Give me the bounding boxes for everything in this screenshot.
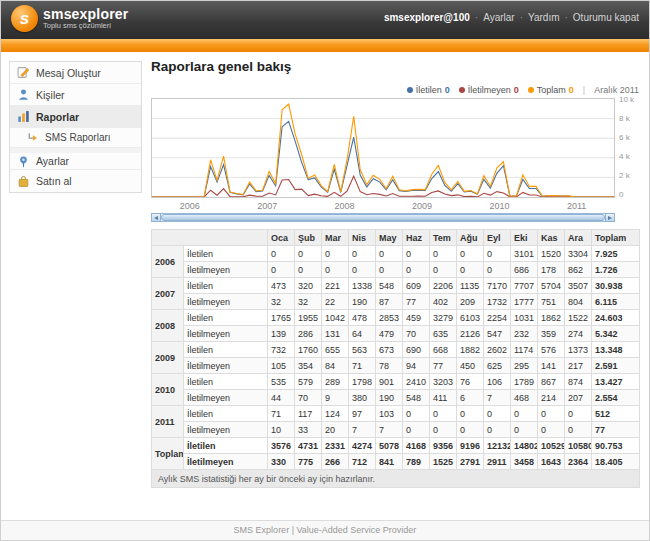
table-value-cell: 0 [484, 406, 511, 422]
month-column-header: Kas [538, 230, 565, 246]
sidebar-item-label: Raporlar [36, 111, 79, 123]
report-table-header: OcaŞubMarNisMayHazTemAğuEylEkiKasAraTopl… [152, 230, 640, 246]
table-value-cell: 2126 [457, 326, 484, 342]
legend-label: Toplam [537, 85, 566, 95]
table-value-cell: 70 [295, 390, 322, 406]
table-value-cell: 789 [403, 454, 430, 470]
sidebar-item-mesaj-olustur[interactable]: Mesaj Oluştur [10, 62, 141, 84]
table-value-cell: 0 [403, 246, 430, 262]
table-value-cell: 71 [349, 358, 376, 374]
sidebar-item-satin-al[interactable]: Satın al [10, 170, 141, 192]
table-value-cell: 1955 [295, 310, 322, 326]
legend-item-0[interactable]: İletilen0 [407, 85, 450, 95]
table-value-cell: 0 [349, 262, 376, 278]
table-value-cell: 0 [511, 406, 538, 422]
table-row-label: İletilen [184, 438, 268, 454]
table-value-cell: 32 [295, 294, 322, 310]
table-value-cell: 10580 [565, 438, 592, 454]
table-value-cell: 2911 [484, 454, 511, 470]
table-value-cell: 0 [403, 422, 430, 438]
legend-separator: | [583, 85, 585, 95]
table-value-cell: 124 [322, 406, 349, 422]
table-value-cell: 380 [349, 390, 376, 406]
sidebar-item-label: Mesaj Oluştur [36, 67, 101, 79]
table-value-cell: 1862 [538, 310, 565, 326]
sidebar-item-raporlar[interactable]: Raporlar [10, 106, 141, 128]
table-value-cell: 548 [376, 278, 403, 294]
accent-bar [1, 39, 649, 52]
table-value-cell: 2853 [376, 310, 403, 326]
legend-item-1[interactable]: İletilmeyen0 [459, 85, 519, 95]
table-value-cell: 1031 [511, 310, 538, 326]
scrollbar-thumb[interactable] [161, 214, 605, 221]
table-footnote-row: Aylık SMS istatistiği her ay bir önceki … [152, 470, 640, 488]
table-value-cell: 1643 [538, 454, 565, 470]
table-value-cell: 0 [457, 246, 484, 262]
table-value-cell: 686 [511, 262, 538, 278]
table-value-cell: 20 [322, 422, 349, 438]
table-total-cell: 18.405 [592, 454, 640, 470]
header-nav-link-2[interactable]: Oturumu kapat [573, 12, 639, 23]
table-value-cell: 4274 [349, 438, 376, 454]
table-total-cell: 6.115 [592, 294, 640, 310]
table-value-cell: 0 [376, 246, 403, 262]
main-content: Raporlara genel bakış İletilen0İletilmey… [151, 59, 639, 488]
table-value-cell: 289 [322, 374, 349, 390]
table-value-cell: 0 [484, 262, 511, 278]
sidebar-item-kisiler[interactable]: Kişiler [10, 84, 141, 106]
table-value-cell: 78 [376, 358, 403, 374]
table-value-cell: 547 [484, 326, 511, 342]
legend-value: 0 [445, 85, 450, 95]
table-value-cell: 330 [268, 454, 295, 470]
table-row: 2007İletilen4733202211338548609220611357… [152, 278, 640, 294]
y-tick-label: 6 k [619, 133, 639, 142]
sidebar-item-sms-raporlari[interactable]: SMS Raporları [10, 128, 141, 148]
sidebar-item-label: SMS Raporları [45, 132, 111, 143]
chart-legend: İletilen0İletilmeyen0Toplam0|Aralık 2011 [151, 83, 639, 96]
table-value-cell: 1520 [538, 246, 565, 262]
table-value-cell: 1777 [511, 294, 538, 310]
table-value-cell: 0 [268, 262, 295, 278]
table-row-label: İletilen [184, 374, 268, 390]
scrollbar-left-arrow-icon[interactable] [151, 213, 161, 222]
table-row: 2010İletilen5355792891798901241032037610… [152, 374, 640, 390]
table-value-cell: 2364 [565, 454, 592, 470]
header-nav-link-0[interactable]: Ayarlar [483, 12, 515, 23]
brand-logo[interactable]: s smsexplorer Toplu sms çözümleri [11, 5, 128, 32]
table-value-cell: 0 [430, 262, 457, 278]
account-name[interactable]: smsexplorer@100 [384, 12, 470, 23]
table-row-label: İletilen [184, 246, 268, 262]
arrow-sub-icon [26, 131, 39, 144]
sidebar-item-ayarlar[interactable]: Ayarlar [10, 148, 141, 170]
table-value-cell: 7 [484, 390, 511, 406]
table-value-cell: 3203 [430, 374, 457, 390]
table-value-cell: 1732 [484, 294, 511, 310]
table-year-cell: 2008 [152, 310, 184, 342]
table-value-cell: 84 [322, 358, 349, 374]
table-total-cell: 90.753 [592, 438, 640, 454]
top-header: s smsexplorer Toplu sms çözümleri smsexp… [1, 1, 649, 39]
table-value-cell: 668 [430, 342, 457, 358]
table-value-cell: 0 [430, 246, 457, 262]
table-value-cell: 0 [376, 262, 403, 278]
table-value-cell: 1882 [457, 342, 484, 358]
table-total-cell: 2.554 [592, 390, 640, 406]
table-value-cell: 841 [376, 454, 403, 470]
scrollbar-track[interactable] [161, 213, 605, 222]
table-value-cell: 221 [322, 278, 349, 294]
table-value-cell: 0 [295, 246, 322, 262]
table-value-cell: 862 [565, 262, 592, 278]
month-column-header: Şub [295, 230, 322, 246]
compose-icon [17, 66, 30, 79]
table-value-cell: 77 [403, 294, 430, 310]
header-nav-link-1[interactable]: Yardım [528, 12, 560, 23]
legend-item-2[interactable]: Toplam0 [528, 85, 574, 95]
table-total-cell: 1.726 [592, 262, 640, 278]
chart-scrollbar[interactable] [151, 213, 615, 222]
scrollbar-right-arrow-icon[interactable] [605, 213, 615, 222]
table-row-label: İletilmeyen [184, 358, 268, 374]
table-year-cell: 2007 [152, 278, 184, 310]
table-value-cell: 0 [565, 406, 592, 422]
y-tick-label: 10 k [619, 95, 639, 104]
page: s smsexplorer Toplu sms çözümleri smsexp… [0, 0, 650, 541]
